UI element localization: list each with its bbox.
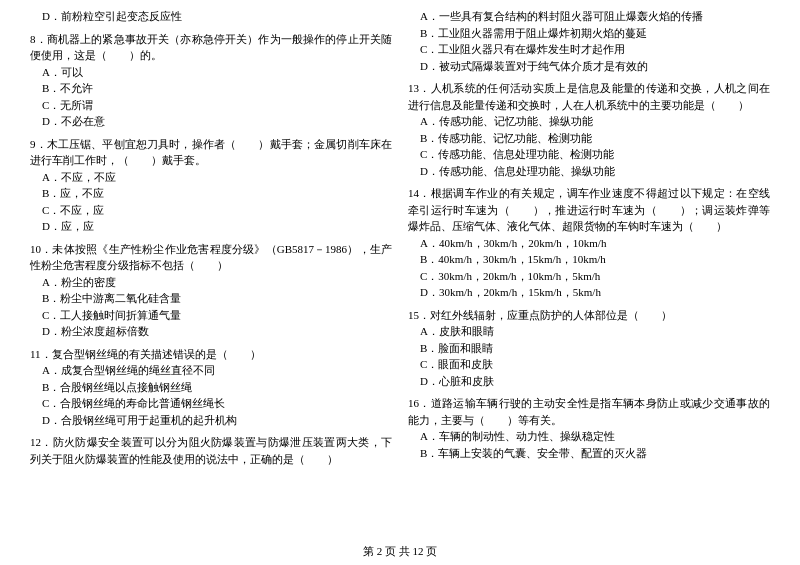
q8-optD: D．不必在意: [30, 113, 392, 130]
q12-continued: A．一些具有复合结构的料封阻火器可阻止爆轰火焰的传播 B．工业阻火器需用于阻止爆…: [408, 8, 770, 74]
q16-text: 16．道路运输车辆行驶的主动安全性是指车辆本身防止或减少交通事故的能力，主要与（…: [408, 395, 770, 428]
question-12: 12．防火防爆安全装置可以分为阻火防爆装置与防爆泄压装置两大类，下列关于阻火防爆…: [30, 434, 392, 467]
q9-optD: D．应，应: [30, 218, 392, 235]
q15-text: 15．对红外线辐射，应重点防护的人体部位是（ ）: [408, 307, 770, 324]
q14-optA: A．40km/h，30km/h，20km/h，10km/h: [408, 235, 770, 252]
q15-optD: D．心脏和皮肤: [408, 373, 770, 390]
question-11: 11．复合型钢丝绳的有关描述错误的是（ ） A．成复合型钢丝绳的绳丝直径不同 B…: [30, 346, 392, 429]
question-15: 15．对红外线辐射，应重点防护的人体部位是（ ） A．皮肤和眼睛 B．脸面和眼睛…: [408, 307, 770, 390]
question-16: 16．道路运输车辆行驶的主动安全性是指车辆本身防止或减少交通事故的能力，主要与（…: [408, 395, 770, 461]
q14-optB: B．40km/h，30km/h，15km/h，10km/h: [408, 251, 770, 268]
page: D．前粉粒空引起变态反应性 8．商机器上的紧急事故开关（亦称急停开关）作为一般操…: [0, 0, 800, 565]
q16-optB: B．车辆上安装的气囊、安全带、配置的灭火器: [408, 445, 770, 462]
q10-text: 10．未体按照《生产性粉尘作业危害程度分级》（GB5817－1986），生产性粉…: [30, 241, 392, 274]
q10-optC: C．工人接触时间折算通气量: [30, 307, 392, 324]
q11-text: 11．复合型钢丝绳的有关描述错误的是（ ）: [30, 346, 392, 363]
option-d-text: D．前粉粒空引起变态反应性: [30, 8, 392, 25]
q15-optA: A．皮肤和眼睛: [408, 323, 770, 340]
q10-optB: B．粉尘中游离二氧化硅含量: [30, 290, 392, 307]
q10-optA: A．粉尘的密度: [30, 274, 392, 291]
question-13: 13．人机系统的任何活动实质上是信息及能量的传递和交换，人机之间在进行信息及能量…: [408, 80, 770, 179]
q13-optA: A．传感功能、记忆功能、操纵功能: [408, 113, 770, 130]
q15-optC: C．眼面和皮肤: [408, 356, 770, 373]
q15-optB: B．脸面和眼睛: [408, 340, 770, 357]
q9-optB: B．应，不应: [30, 185, 392, 202]
q12-optA: A．一些具有复合结构的料封阻火器可阻止爆轰火焰的传播: [408, 8, 770, 25]
q13-optC: C．传感功能、信息处理功能、检测功能: [408, 146, 770, 163]
q14-optC: C．30km/h，20km/h，10km/h，5km/h: [408, 268, 770, 285]
q8-optB: B．不允许: [30, 80, 392, 97]
q12-optD: D．被动式隔爆装置对于纯气体介质才是有效的: [408, 58, 770, 75]
q13-optB: B．传感功能、记忆功能、检测功能: [408, 130, 770, 147]
right-column: A．一些具有复合结构的料封阻火器可阻止爆轰火焰的传播 B．工业阻火器需用于阻止爆…: [408, 8, 770, 473]
q9-optA: A．不应，不应: [30, 169, 392, 186]
q8-optC: C．无所谓: [30, 97, 392, 114]
left-column: D．前粉粒空引起变态反应性 8．商机器上的紧急事故开关（亦称急停开关）作为一般操…: [30, 8, 392, 473]
q11-optD: D．合股钢丝绳可用于起重机的起升机构: [30, 412, 392, 429]
two-column-layout: D．前粉粒空引起变态反应性 8．商机器上的紧急事故开关（亦称急停开关）作为一般操…: [30, 8, 770, 473]
option-d-prefix: D．前粉粒空引起变态反应性: [30, 8, 392, 25]
q12-text: 12．防火防爆安全装置可以分为阻火防爆装置与防爆泄压装置两大类，下列关于阻火防爆…: [30, 434, 392, 467]
q16-optA: A．车辆的制动性、动力性、操纵稳定性: [408, 428, 770, 445]
q11-optC: C．合股钢丝绳的寿命比普通钢丝绳长: [30, 395, 392, 412]
question-14: 14．根据调车作业的有关规定，调车作业速度不得超过以下规定：在空线牵引运行时车速…: [408, 185, 770, 301]
page-footer: 第 2 页 共 12 页: [0, 544, 800, 559]
q9-optC: C．不应，应: [30, 202, 392, 219]
q12-optB: B．工业阻火器需用于阻止爆炸初期火焰的蔓延: [408, 25, 770, 42]
q14-text: 14．根据调车作业的有关规定，调车作业速度不得超过以下规定：在空线牵引运行时车速…: [408, 185, 770, 235]
q10-optD: D．粉尘浓度超标倍数: [30, 323, 392, 340]
q13-text: 13．人机系统的任何活动实质上是信息及能量的传递和交换，人机之间在进行信息及能量…: [408, 80, 770, 113]
q8-text: 8．商机器上的紧急事故开关（亦称急停开关）作为一般操作的停止开关随便使用，这是（…: [30, 31, 392, 64]
question-8: 8．商机器上的紧急事故开关（亦称急停开关）作为一般操作的停止开关随便使用，这是（…: [30, 31, 392, 130]
q12-optC: C．工业阻火器只有在爆炸发生时才起作用: [408, 41, 770, 58]
q11-optB: B．合股钢丝绳以点接触钢丝绳: [30, 379, 392, 396]
question-10: 10．未体按照《生产性粉尘作业危害程度分级》（GB5817－1986），生产性粉…: [30, 241, 392, 340]
question-9: 9．木工压锯、平刨宜恕刀具时，操作者（ ）戴手套；金属切削车床在进行车削工作时，…: [30, 136, 392, 235]
q8-optA: A．可以: [30, 64, 392, 81]
q13-optD: D．传感功能、信息处理功能、操纵功能: [408, 163, 770, 180]
q14-optD: D．30km/h，20km/h，15km/h，5km/h: [408, 284, 770, 301]
q9-text: 9．木工压锯、平刨宜恕刀具时，操作者（ ）戴手套；金属切削车床在进行车削工作时，…: [30, 136, 392, 169]
q11-optA: A．成复合型钢丝绳的绳丝直径不同: [30, 362, 392, 379]
